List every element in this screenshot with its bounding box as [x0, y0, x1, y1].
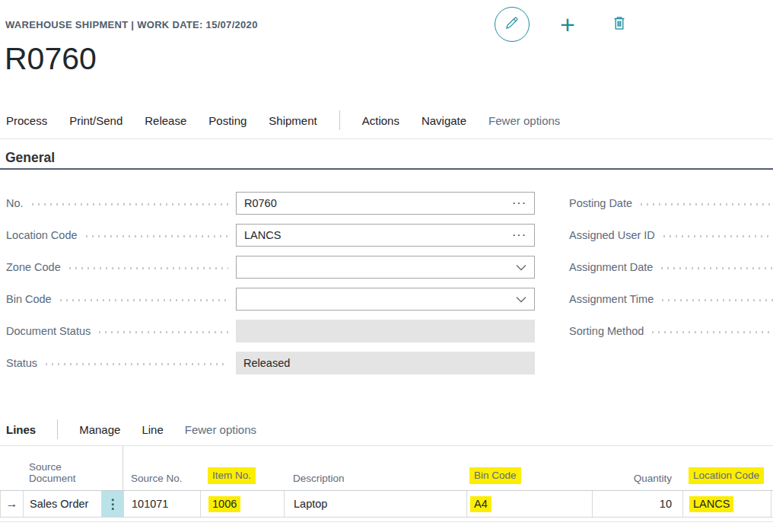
page-caption: WAREHOUSE SHIPMENT | WORK DATE: 15/07/20…: [5, 19, 258, 30]
location-code-field[interactable]: LANCS ···: [236, 224, 535, 247]
no-field[interactable]: R0760 ···: [236, 192, 535, 215]
ellipsis-vertical-icon: ⋮: [107, 498, 119, 511]
lines-menu-line[interactable]: Line: [142, 423, 163, 436]
dotted-leader: [67, 267, 228, 269]
field-row-location-code: Location Code LANCS ···: [6, 224, 535, 247]
row-menu-button[interactable]: ⋮: [102, 491, 124, 517]
dotted-leader: [30, 203, 228, 205]
location-code-cell[interactable]: LANCS: [683, 491, 771, 517]
header-row-menu-column: [101, 446, 123, 490]
field-row-status: Status Released: [6, 352, 535, 374]
warehouse-shipment-page: WAREHOUSE SHIPMENT | WORK DATE: 15/07/20…: [0, 0, 773, 532]
header-item-no[interactable]: Item No.: [200, 446, 284, 490]
menu-separator: [0, 139, 773, 139]
field-row-sorting-method: Sorting Method: [569, 320, 773, 342]
field-row-zone-code: Zone Code: [6, 256, 535, 279]
dotted-leader: [661, 235, 773, 237]
pencil-icon: [504, 14, 520, 34]
field-row-assigned-user-id: Assigned User ID: [569, 224, 773, 247]
lines-toolbar-divider: [57, 419, 58, 439]
bin-code-field[interactable]: [236, 288, 535, 311]
menu-item-print-send[interactable]: Print/Send: [69, 114, 122, 127]
lines-section-heading[interactable]: Lines: [6, 423, 36, 436]
lookup-ellipsis-icon[interactable]: ···: [512, 228, 526, 242]
delete-button[interactable]: [603, 7, 636, 42]
dotted-leader: [638, 203, 773, 205]
general-section-rule: [0, 168, 773, 170]
dotted-leader: [97, 331, 228, 333]
zone-code-field[interactable]: [236, 256, 535, 279]
header-location-code[interactable]: Location Code: [682, 446, 771, 490]
field-row-assignment-time: Assignment Time: [569, 288, 773, 311]
field-row-posting-date: Posting Date: [569, 192, 773, 215]
location-code-highlight: Location Code: [689, 467, 764, 484]
header-source-document[interactable]: Source Document: [23, 446, 101, 490]
item-no-value-highlight: 1006: [208, 496, 240, 512]
header-quantity[interactable]: Quantity: [592, 446, 682, 490]
lines-toolbar: Lines Manage Line Fewer options: [6, 418, 256, 441]
menu-item-fewer-options[interactable]: Fewer options: [488, 114, 560, 127]
source-document-cell[interactable]: Sales Order: [24, 491, 102, 517]
general-section-heading[interactable]: General: [5, 150, 55, 166]
bin-code-highlight: Bin Code: [469, 467, 521, 484]
source-no-cell[interactable]: 101071: [124, 491, 201, 517]
item-no-highlight: Item No.: [208, 467, 256, 484]
assignment-time-label: Assignment Time: [569, 293, 773, 305]
menu-divider: [339, 110, 340, 130]
lines-table: Source Document Source No. Item No. Desc…: [0, 445, 773, 522]
table-bottom-line: [0, 521, 773, 522]
general-right-column: Posting Date Assigned User ID Assignment…: [569, 192, 773, 352]
menu-item-shipment[interactable]: Shipment: [269, 114, 317, 127]
header-row-indicator: [0, 446, 23, 490]
row-indicator-cell: →: [1, 491, 24, 517]
assigned-user-id-label: Assigned User ID: [569, 229, 773, 241]
menu-item-posting[interactable]: Posting: [208, 114, 247, 127]
edit-button[interactable]: [495, 7, 530, 42]
lines-table-header: Source Document Source No. Item No. Desc…: [0, 445, 773, 491]
dotted-leader: [43, 363, 228, 365]
bin-code-cell[interactable]: A4: [467, 491, 593, 517]
chevron-down-icon[interactable]: [516, 293, 526, 305]
document-status-field: [236, 320, 535, 342]
header-source-no[interactable]: Source No.: [123, 446, 200, 490]
chevron-down-icon[interactable]: [516, 261, 526, 273]
bin-code-value-highlight: A4: [470, 496, 491, 512]
lookup-ellipsis-icon[interactable]: ···: [512, 196, 526, 210]
plus-icon: +: [560, 11, 575, 37]
status-field: Released: [236, 352, 535, 374]
dotted-leader: [58, 299, 228, 301]
general-left-column: No. R0760 ··· Location Code LANCS ··· Zo: [6, 192, 535, 384]
field-row-no: No. R0760 ···: [6, 192, 535, 215]
dotted-leader: [660, 299, 773, 301]
lines-menu-manage[interactable]: Manage: [79, 423, 120, 436]
assignment-date-label: Assignment Date: [569, 261, 773, 273]
location-code-label: Location Code: [6, 229, 236, 241]
menu-item-actions[interactable]: Actions: [362, 114, 399, 127]
menu-item-release[interactable]: Release: [145, 114, 186, 127]
new-button[interactable]: +: [551, 7, 584, 42]
header-bin-code[interactable]: Bin Code: [466, 446, 592, 490]
page-title: R0760: [5, 41, 97, 77]
item-no-cell[interactable]: 1006: [201, 491, 285, 517]
table-row: → Sales Order ⋮ 101071 1006 Laptop A4 10…: [0, 491, 773, 518]
header-action-bar: +: [495, 7, 636, 42]
dotted-leader: [659, 267, 773, 269]
field-row-document-status: Document Status: [6, 320, 535, 342]
menu-item-process[interactable]: Process: [6, 114, 47, 127]
menu-item-navigate[interactable]: Navigate: [421, 114, 466, 127]
trash-icon: [611, 14, 628, 35]
dotted-leader: [650, 331, 773, 333]
bin-code-label: Bin Code: [6, 293, 236, 305]
field-row-bin-code: Bin Code: [6, 288, 535, 311]
posting-date-label: Posting Date: [569, 197, 773, 209]
arrow-right-icon: →: [6, 497, 18, 511]
document-status-label: Document Status: [6, 325, 236, 337]
sorting-method-label: Sorting Method: [569, 325, 773, 337]
quantity-cell[interactable]: 10: [593, 491, 683, 517]
lines-menu-fewer-options[interactable]: Fewer options: [185, 423, 256, 436]
description-cell[interactable]: Laptop: [285, 491, 467, 517]
dotted-leader: [84, 235, 228, 237]
header-description[interactable]: Description: [284, 446, 466, 490]
status-label: Status: [6, 357, 236, 369]
no-label: No.: [6, 197, 236, 209]
